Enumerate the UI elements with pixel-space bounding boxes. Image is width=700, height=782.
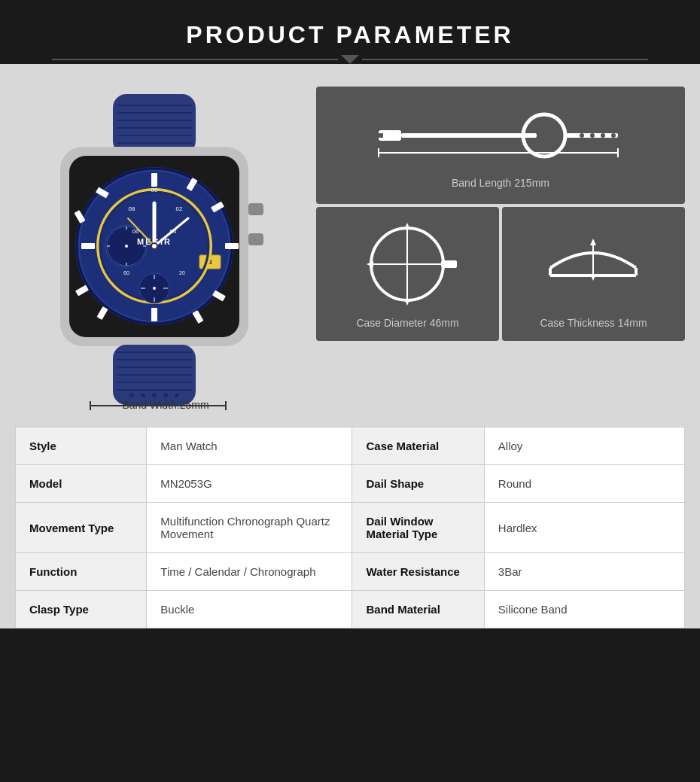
band-length-diagram: Band Length 215mm — [316, 87, 685, 204]
svg-text:08: 08 — [129, 205, 135, 212]
table-row: Model MN2053G Dail Shape Round — [16, 465, 685, 503]
param-value: MN2053G — [147, 465, 352, 503]
case-thickness-label: Case Thickness 14mm — [514, 317, 673, 329]
svg-rect-0 — [113, 94, 196, 154]
specs-diagrams: Band Length 215mm — [316, 87, 685, 341]
main-content: 8 MEGIR — [0, 64, 700, 628]
param-value: Buckle — [147, 591, 352, 628]
spec-diagram-bottom: Case Diameter 46mm — [316, 207, 685, 341]
svg-text:06: 06 — [132, 228, 139, 235]
svg-point-60 — [152, 244, 157, 248]
header-divider — [15, 55, 685, 64]
param-value: Man Watch — [147, 428, 352, 465]
page-title: PRODUCT PARAMETER — [15, 21, 685, 49]
table-row: Movement Type Multifunction Chronograph … — [16, 503, 685, 553]
svg-point-78 — [163, 393, 168, 397]
svg-rect-7 — [248, 203, 263, 215]
param-label: Model — [16, 465, 147, 503]
param-label: Case Material — [352, 428, 484, 465]
param-label: Style — [16, 428, 147, 465]
case-diameter-label: Case Diameter 46mm — [328, 317, 487, 329]
page-header: PRODUCT PARAMETER — [0, 0, 700, 64]
top-section: 8 MEGIR — [15, 87, 685, 412]
param-label: Water Resistance — [352, 553, 484, 591]
svg-marker-97 — [404, 223, 410, 230]
svg-rect-31 — [151, 308, 157, 321]
svg-rect-29 — [225, 243, 239, 249]
param-value: Hardlex — [484, 503, 684, 553]
svg-point-77 — [152, 393, 157, 397]
param-value: Multifunction Chronograph Quartz Movemen… — [147, 503, 352, 553]
svg-text:04: 04 — [170, 228, 177, 235]
table-row: Style Man Watch Case Material Alloy — [16, 428, 685, 465]
svg-text:60: 60 — [123, 270, 129, 275]
svg-point-88 — [580, 133, 584, 138]
svg-rect-84 — [379, 133, 383, 138]
svg-point-90 — [601, 133, 605, 138]
table-row: Function Time / Calendar / Chronograph W… — [16, 553, 685, 591]
param-value: Time / Calendar / Chronograph — [147, 553, 352, 591]
watch-image-container: 8 MEGIR — [15, 87, 301, 412]
param-label: Clasp Type — [16, 591, 147, 628]
param-label: Movement Type — [16, 503, 147, 553]
param-label: Dail Window Material Type — [352, 503, 484, 553]
param-table: Style Man Watch Case Material Alloy Mode… — [15, 427, 685, 628]
param-value: Alloy — [484, 428, 684, 465]
svg-point-75 — [129, 393, 134, 397]
svg-rect-8 — [248, 233, 263, 245]
watch-illustration: 8 MEGIR — [15, 87, 294, 410]
case-thickness-diagram: Case Thickness 14mm — [502, 207, 685, 341]
band-width-label: Band Width:25mm — [122, 399, 208, 411]
svg-text:20: 20 — [179, 270, 185, 275]
svg-point-79 — [175, 393, 179, 397]
svg-text:02: 02 — [176, 205, 183, 212]
svg-point-91 — [611, 133, 616, 138]
param-label: Function — [16, 553, 147, 591]
svg-point-89 — [590, 133, 595, 138]
case-diameter-diagram: Case Diameter 46mm — [316, 207, 499, 341]
svg-marker-98 — [404, 299, 410, 306]
param-value: 3Bar — [484, 553, 684, 591]
param-label: Dail Shape — [352, 465, 484, 503]
svg-rect-26 — [151, 173, 157, 187]
svg-point-50 — [153, 287, 156, 290]
svg-rect-30 — [81, 243, 95, 249]
svg-rect-102 — [443, 260, 457, 268]
svg-point-76 — [141, 393, 145, 397]
svg-rect-85 — [401, 133, 537, 138]
svg-marker-107 — [590, 239, 596, 245]
param-value: Silicone Band — [484, 591, 684, 628]
param-value: Round — [484, 465, 684, 503]
param-label: Band Material — [352, 591, 484, 628]
svg-text:00: 00 — [151, 187, 158, 193]
svg-point-39 — [125, 245, 128, 248]
band-length-label: Band Length 215mm — [331, 177, 670, 189]
svg-marker-108 — [590, 274, 596, 281]
table-row: Clasp Type Buckle Band Material Silicone… — [16, 591, 685, 628]
